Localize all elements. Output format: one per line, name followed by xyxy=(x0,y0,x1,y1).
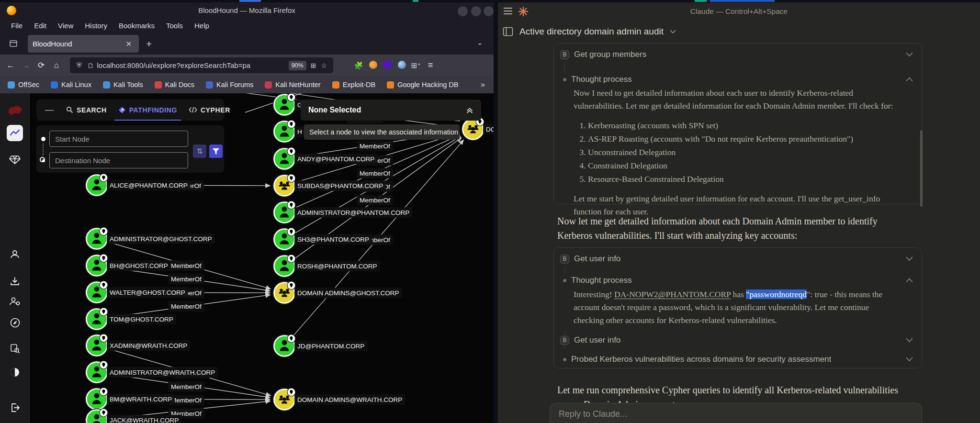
reload-button[interactable]: ⟳ xyxy=(34,60,49,70)
app-menu-icon[interactable]: ≡ xyxy=(423,60,438,70)
bookmark-kali-tools[interactable]: Kali Tools xyxy=(103,81,143,89)
reader-grid-icon[interactable]: ⊞ xyxy=(311,62,316,69)
menu-bookmarks[interactable]: Bookmarks xyxy=(114,20,159,31)
sidebar-dark-mode-icon[interactable] xyxy=(7,364,23,380)
list-tabs-chevron-icon[interactable]: ⌄ xyxy=(477,38,483,47)
graph-node-user[interactable] xyxy=(86,227,108,250)
tab-search[interactable]: SEARCH xyxy=(60,99,113,121)
node-label[interactable]: WALTER@GHOST.CORP xyxy=(107,287,188,298)
node-label[interactable]: SUBDAS@PHANTOM.CORP xyxy=(294,180,386,191)
graph-node-user[interactable] xyxy=(86,174,108,197)
sidebar-profile-icon[interactable] xyxy=(7,246,23,263)
extension-puzzle-icon[interactable]: 🧩 xyxy=(351,61,366,70)
zoom-level-badge[interactable]: 90% xyxy=(289,61,306,70)
graph-node-group[interactable] xyxy=(273,174,296,197)
edge-label-memberof[interactable]: MemberOf xyxy=(357,168,393,178)
bookmark-kali-linux[interactable]: Kali Linux xyxy=(51,81,91,89)
conversation-chevron-icon[interactable] xyxy=(670,30,676,34)
window-minimize-button[interactable] xyxy=(458,6,468,16)
graph-node-user[interactable] xyxy=(273,147,296,170)
node-label[interactable]: ADMINISTRATOR@WRAITH.CORP xyxy=(107,367,218,378)
sidebar-explore-chart-icon[interactable] xyxy=(7,125,23,141)
node-label[interactable]: ADMINISTRATOR@PHANTOM.CORP xyxy=(294,207,412,218)
bookmark-star-icon[interactable]: ☆ xyxy=(321,62,327,69)
thought-process-row[interactable]: Thought process xyxy=(554,73,922,86)
node-label[interactable]: H xyxy=(294,126,305,137)
claude-titlebar[interactable]: Claude — Control+Alt+Space xyxy=(498,2,980,21)
tab-cypher[interactable]: CYPHER xyxy=(183,99,236,121)
node-label[interactable]: JACK@WRAITH.CORP xyxy=(107,415,181,423)
bookmark-exploit-db[interactable]: Exploit-DB xyxy=(332,81,376,89)
foxyproxy-extension-icon[interactable] xyxy=(366,61,380,70)
chevron-down-icon[interactable] xyxy=(906,52,913,57)
tab-close-icon[interactable]: ✕ xyxy=(123,39,134,49)
firefox-view-icon[interactable] xyxy=(9,39,18,50)
swap-nodes-button[interactable]: ⇅ xyxy=(193,145,206,158)
start-node-input[interactable] xyxy=(49,131,188,147)
page-info-icon[interactable]: 🗋 xyxy=(88,62,94,69)
graph-node-group[interactable] xyxy=(462,118,484,141)
home-button[interactable]: ⌂ xyxy=(49,61,64,70)
collapse-panel-button[interactable]: — xyxy=(45,105,54,115)
graph-node-user[interactable] xyxy=(273,334,296,357)
chevron-up-icon[interactable] xyxy=(906,278,913,283)
thought-process-row[interactable]: Thought process xyxy=(554,274,922,287)
graph-node-user[interactable] xyxy=(86,334,108,357)
new-tab-button[interactable]: + xyxy=(146,38,152,50)
graph-node-user[interactable] xyxy=(273,93,296,116)
graph-node-group[interactable] xyxy=(273,388,296,411)
tab-pathfinding[interactable]: PATHFINDING xyxy=(113,99,183,121)
node-label[interactable]: ROSHI@PHANTOM.CORP xyxy=(294,261,380,271)
edge-filter-button[interactable] xyxy=(209,145,223,158)
sidebar-download-icon[interactable] xyxy=(7,273,23,289)
node-label[interactable]: JD@PHANTOM.CORP xyxy=(294,341,367,351)
node-label[interactable]: ALICE@PHANTOM.CORP xyxy=(107,180,191,190)
url-bar[interactable]: ⛨ 🗋 localhost:8080/ui/explore?exploreSea… xyxy=(70,57,333,73)
scrollbar-thumb[interactable] xyxy=(920,130,923,207)
sidebar-logout-icon[interactable] xyxy=(7,400,23,416)
graph-node-user[interactable] xyxy=(273,201,296,224)
url-text[interactable]: localhost:8080/ui/explore?exploreSearchT… xyxy=(97,61,287,69)
node-label[interactable]: DOMAIN ADMINS@GHOST.CORP xyxy=(294,288,402,298)
bookmark-kali-docs[interactable]: Kali Docs xyxy=(155,81,194,89)
collapse-all-chevron-icon[interactable] xyxy=(466,106,473,114)
tracking-shield-icon[interactable]: ⛨ xyxy=(77,61,82,69)
edge-label-memberof[interactable]: MemberOf xyxy=(168,301,204,312)
sidebar-file-ingest-icon[interactable] xyxy=(7,340,23,356)
node-label[interactable]: XADMIN@WRAITH.CORP xyxy=(107,340,190,351)
forward-button[interactable]: → xyxy=(18,61,34,70)
menu-help[interactable]: Help xyxy=(190,20,214,31)
edge-label-memberof[interactable]: MemberOf xyxy=(357,195,393,205)
edge-label-memberof[interactable]: MemberOf xyxy=(168,381,204,392)
chevron-down-icon[interactable] xyxy=(906,357,913,362)
window-maximize-button[interactable] xyxy=(471,6,481,16)
window-close-button[interactable] xyxy=(484,6,494,16)
graph-node-user[interactable] xyxy=(273,255,296,278)
menu-history[interactable]: History xyxy=(80,20,112,31)
node-label[interactable]: DOMAIN ADMINS@PHANTOM.CORP xyxy=(483,124,494,134)
graph-node-group[interactable] xyxy=(273,281,296,304)
tool-call-row[interactable]: B Get user info xyxy=(554,333,922,347)
reply-input[interactable]: Reply to Claude... xyxy=(550,403,922,423)
conversation-header[interactable]: Active directory domain admin audit xyxy=(503,26,676,37)
graph-node-user[interactable] xyxy=(86,388,108,411)
node-label[interactable]: DOMAIN ADMINS@WRAITH.CORP xyxy=(294,394,405,405)
edge-label-memberof[interactable]: MemberOf xyxy=(168,260,204,271)
menu-file[interactable]: File xyxy=(7,20,27,31)
edge-label-memberof[interactable]: MemberOf xyxy=(357,141,393,151)
tool-call-row[interactable]: B Get group members xyxy=(554,47,922,62)
graph-node-user[interactable] xyxy=(273,120,296,143)
wappalyzer-extension-icon[interactable] xyxy=(380,61,394,70)
graph-node-user[interactable] xyxy=(86,281,108,304)
entity-info-panel[interactable]: None Selected xyxy=(301,100,481,121)
node-label[interactable]: BM@WRAITH.CORP xyxy=(107,394,175,404)
graph-node-user[interactable] xyxy=(273,228,296,251)
node-label[interactable]: TOM@GHOST.CORP xyxy=(107,314,176,324)
chevron-down-icon[interactable] xyxy=(906,338,913,343)
chevron-down-icon[interactable] xyxy=(906,256,913,261)
firefox-titlebar[interactable]: BloodHound — Mozilla Firefox xyxy=(0,2,494,18)
bookmark-kali-forums[interactable]: Kali Forums xyxy=(206,81,253,89)
bookmark-google-hacking-db[interactable]: Google Hacking DB xyxy=(387,81,458,89)
menu-view[interactable]: View xyxy=(54,20,78,31)
chevron-up-icon[interactable] xyxy=(906,77,913,82)
